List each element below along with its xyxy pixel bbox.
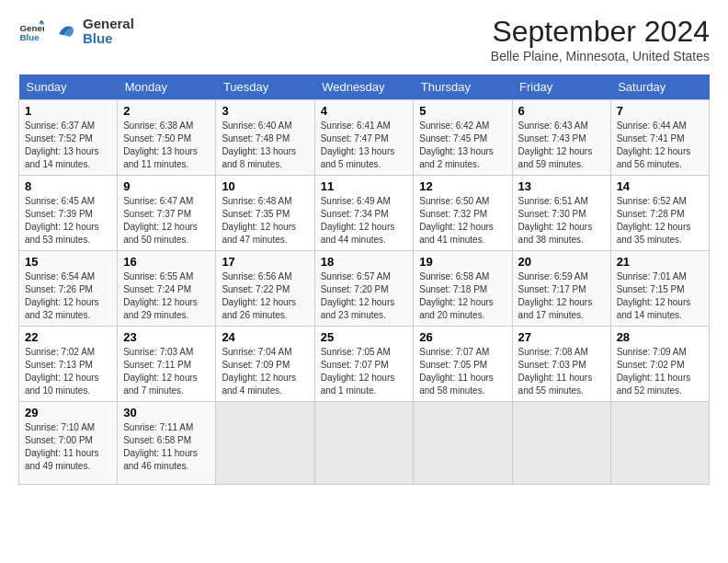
day-info: Sunrise: 7:05 AM Sunset: 7:07 PM Dayligh… xyxy=(321,346,408,397)
day-number: 1 xyxy=(25,104,111,118)
day-info: Sunrise: 6:50 AM Sunset: 7:32 PM Dayligh… xyxy=(419,195,506,247)
day-number: 17 xyxy=(222,255,308,269)
table-row: 25 Sunrise: 7:05 AM Sunset: 7:07 PM Dayl… xyxy=(314,327,414,402)
day-number: 8 xyxy=(25,179,111,193)
day-number: 7 xyxy=(617,104,703,118)
logo-icon: General Blue xyxy=(18,18,44,44)
table-row: 26 Sunrise: 7:07 AM Sunset: 7:05 PM Dayl… xyxy=(414,327,512,402)
logo: General Blue General Blue xyxy=(18,15,134,48)
col-wednesday: Wednesday xyxy=(314,75,414,100)
day-number: 12 xyxy=(419,179,506,193)
day-info: Sunrise: 7:09 AM Sunset: 7:02 PM Dayligh… xyxy=(617,346,703,397)
table-row: 3 Sunrise: 6:40 AM Sunset: 7:48 PM Dayli… xyxy=(216,100,314,176)
table-row: 21 Sunrise: 7:01 AM Sunset: 7:15 PM Dayl… xyxy=(610,251,709,327)
table-row xyxy=(216,402,314,485)
day-info: Sunrise: 7:04 AM Sunset: 7:09 PM Dayligh… xyxy=(222,346,308,397)
day-number: 29 xyxy=(25,406,111,419)
day-number: 5 xyxy=(419,104,506,118)
day-info: Sunrise: 6:56 AM Sunset: 7:22 PM Dayligh… xyxy=(222,270,308,322)
day-info: Sunrise: 6:37 AM Sunset: 7:52 PM Dayligh… xyxy=(25,120,111,171)
day-info: Sunrise: 6:59 AM Sunset: 7:17 PM Dayligh… xyxy=(518,270,605,322)
day-info: Sunrise: 6:40 AM Sunset: 7:48 PM Dayligh… xyxy=(222,120,308,171)
page-header: General Blue General Blue September 2024… xyxy=(18,15,710,63)
day-number: 4 xyxy=(321,104,408,118)
table-row: 8 Sunrise: 6:45 AM Sunset: 7:39 PM Dayli… xyxy=(19,176,118,251)
day-info: Sunrise: 7:10 AM Sunset: 7:00 PM Dayligh… xyxy=(25,421,111,473)
location-text: Belle Plaine, Minnesota, United States xyxy=(491,49,710,63)
day-number: 22 xyxy=(25,330,111,344)
col-friday: Friday xyxy=(512,75,610,100)
day-info: Sunrise: 6:51 AM Sunset: 7:30 PM Dayligh… xyxy=(518,195,605,247)
table-row: 1 Sunrise: 6:37 AM Sunset: 7:52 PM Dayli… xyxy=(19,100,118,176)
col-saturday: Saturday xyxy=(610,75,709,100)
table-row: 19 Sunrise: 6:58 AM Sunset: 7:18 PM Dayl… xyxy=(414,251,512,327)
day-info: Sunrise: 6:55 AM Sunset: 7:24 PM Dayligh… xyxy=(123,270,210,322)
table-row: 15 Sunrise: 6:54 AM Sunset: 7:26 PM Dayl… xyxy=(19,251,118,327)
day-number: 24 xyxy=(222,330,308,344)
table-row: 27 Sunrise: 7:08 AM Sunset: 7:03 PM Dayl… xyxy=(512,327,610,402)
day-info: Sunrise: 6:57 AM Sunset: 7:20 PM Dayligh… xyxy=(321,270,408,322)
day-number: 9 xyxy=(123,179,210,193)
calendar-header-row: Sunday Monday Tuesday Wednesday Thursday… xyxy=(19,75,710,100)
col-monday: Monday xyxy=(118,75,216,100)
col-thursday: Thursday xyxy=(414,75,512,100)
table-row: 24 Sunrise: 7:04 AM Sunset: 7:09 PM Dayl… xyxy=(216,327,314,402)
day-info: Sunrise: 6:52 AM Sunset: 7:28 PM Dayligh… xyxy=(617,195,703,247)
table-row: 7 Sunrise: 6:44 AM Sunset: 7:41 PM Dayli… xyxy=(610,100,709,176)
table-row: 18 Sunrise: 6:57 AM Sunset: 7:20 PM Dayl… xyxy=(314,251,414,327)
table-row: 2 Sunrise: 6:38 AM Sunset: 7:50 PM Dayli… xyxy=(118,100,216,176)
table-row: 14 Sunrise: 6:52 AM Sunset: 7:28 PM Dayl… xyxy=(610,176,709,251)
table-row: 6 Sunrise: 6:43 AM Sunset: 7:43 PM Dayli… xyxy=(512,100,610,176)
col-sunday: Sunday xyxy=(19,75,118,100)
table-row: 10 Sunrise: 6:48 AM Sunset: 7:35 PM Dayl… xyxy=(216,176,314,251)
col-tuesday: Tuesday xyxy=(216,75,314,100)
table-row: 28 Sunrise: 7:09 AM Sunset: 7:02 PM Dayl… xyxy=(610,327,709,402)
day-number: 23 xyxy=(123,330,210,344)
day-number: 20 xyxy=(518,255,605,269)
day-number: 14 xyxy=(617,179,703,193)
table-row: 12 Sunrise: 6:50 AM Sunset: 7:32 PM Dayl… xyxy=(414,176,512,251)
day-info: Sunrise: 7:07 AM Sunset: 7:05 PM Dayligh… xyxy=(419,346,506,397)
day-info: Sunrise: 7:02 AM Sunset: 7:13 PM Dayligh… xyxy=(25,346,111,397)
day-info: Sunrise: 6:45 AM Sunset: 7:39 PM Dayligh… xyxy=(25,195,111,247)
table-row: 20 Sunrise: 6:59 AM Sunset: 7:17 PM Dayl… xyxy=(512,251,610,327)
svg-text:Blue: Blue xyxy=(19,32,40,42)
day-number: 18 xyxy=(321,255,408,269)
table-row: 22 Sunrise: 7:02 AM Sunset: 7:13 PM Dayl… xyxy=(19,327,118,402)
day-number: 11 xyxy=(321,179,408,193)
day-number: 13 xyxy=(518,179,605,193)
table-row xyxy=(314,402,414,485)
logo-bird-icon xyxy=(48,15,81,48)
table-row xyxy=(512,402,610,485)
table-row: 23 Sunrise: 7:03 AM Sunset: 7:11 PM Dayl… xyxy=(118,327,216,402)
month-title: September 2024 xyxy=(491,15,710,49)
day-info: Sunrise: 6:49 AM Sunset: 7:34 PM Dayligh… xyxy=(321,195,408,247)
day-info: Sunrise: 6:42 AM Sunset: 7:45 PM Dayligh… xyxy=(419,120,506,171)
day-number: 15 xyxy=(25,255,111,269)
day-info: Sunrise: 6:54 AM Sunset: 7:26 PM Dayligh… xyxy=(25,270,111,322)
day-info: Sunrise: 7:03 AM Sunset: 7:11 PM Dayligh… xyxy=(123,346,210,397)
table-row: 30 Sunrise: 7:11 AM Sunset: 6:58 PM Dayl… xyxy=(118,402,216,485)
table-row: 17 Sunrise: 6:56 AM Sunset: 7:22 PM Dayl… xyxy=(216,251,314,327)
day-info: Sunrise: 6:48 AM Sunset: 7:35 PM Dayligh… xyxy=(222,195,308,247)
day-number: 26 xyxy=(419,330,506,344)
day-number: 30 xyxy=(123,406,210,419)
table-row: 5 Sunrise: 6:42 AM Sunset: 7:45 PM Dayli… xyxy=(414,100,512,176)
day-info: Sunrise: 6:47 AM Sunset: 7:37 PM Dayligh… xyxy=(123,195,210,247)
day-info: Sunrise: 7:11 AM Sunset: 6:58 PM Dayligh… xyxy=(123,421,210,473)
day-number: 3 xyxy=(222,104,308,118)
logo-general-text: General xyxy=(83,17,134,32)
day-number: 28 xyxy=(617,330,703,344)
day-number: 19 xyxy=(419,255,506,269)
day-number: 16 xyxy=(123,255,210,269)
day-info: Sunrise: 6:43 AM Sunset: 7:43 PM Dayligh… xyxy=(518,120,605,171)
day-info: Sunrise: 6:44 AM Sunset: 7:41 PM Dayligh… xyxy=(617,120,703,171)
day-number: 27 xyxy=(518,330,605,344)
logo-blue-text: Blue xyxy=(83,31,134,47)
table-row: 4 Sunrise: 6:41 AM Sunset: 7:47 PM Dayli… xyxy=(314,100,414,176)
day-info: Sunrise: 6:41 AM Sunset: 7:47 PM Dayligh… xyxy=(321,120,408,171)
day-info: Sunrise: 6:38 AM Sunset: 7:50 PM Dayligh… xyxy=(123,120,210,171)
table-row xyxy=(610,402,709,485)
day-info: Sunrise: 7:01 AM Sunset: 7:15 PM Dayligh… xyxy=(617,270,703,322)
day-number: 10 xyxy=(222,179,308,193)
